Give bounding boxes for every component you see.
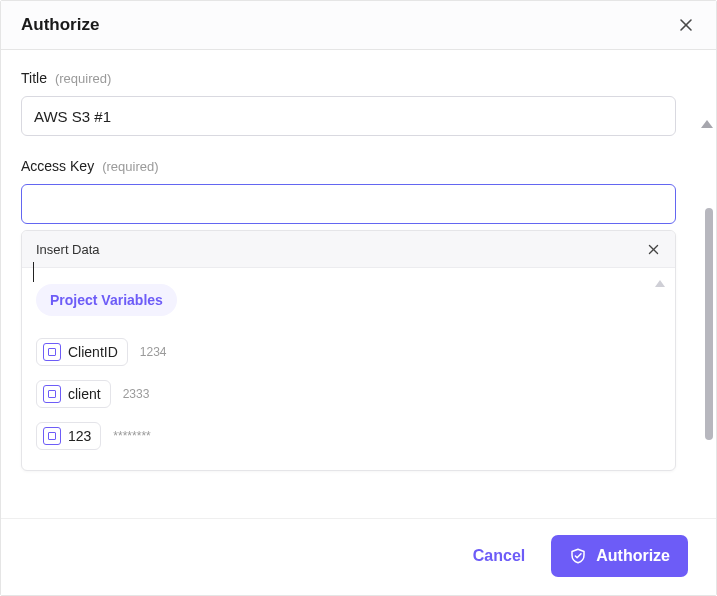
variable-icon [43, 343, 61, 361]
title-label-text: Title [21, 70, 47, 86]
insert-data-body: Project Variables ClientID 1234 [22, 268, 675, 470]
authorize-button[interactable]: Authorize [551, 535, 688, 577]
dialog-body: Title (required) Access Key (required) I… [1, 50, 716, 518]
title-required-hint: (required) [55, 71, 111, 86]
insert-data-header: Insert Data [22, 231, 675, 268]
title-input[interactable] [21, 96, 676, 136]
scroll-hint-up-icon[interactable] [655, 280, 665, 287]
variable-list: ClientID 1234 client 2333 [36, 338, 661, 450]
close-icon[interactable] [645, 241, 661, 257]
insert-data-panel: Insert Data Project Variables [21, 230, 676, 471]
access-key-field-block: Access Key (required) [21, 158, 696, 224]
close-icon[interactable] [676, 15, 696, 35]
variable-name: client [68, 386, 101, 402]
access-key-label: Access Key (required) [21, 158, 696, 174]
category-chip-project-variables[interactable]: Project Variables [36, 284, 177, 316]
variable-row[interactable]: ClientID 1234 [36, 338, 661, 366]
variable-name: 123 [68, 428, 91, 444]
variable-pill[interactable]: ClientID [36, 338, 128, 366]
cancel-button[interactable]: Cancel [473, 547, 525, 565]
variable-pill[interactable]: client [36, 380, 111, 408]
access-key-label-text: Access Key [21, 158, 94, 174]
variable-row[interactable]: client 2333 [36, 380, 661, 408]
dialog-footer: Cancel Authorize [1, 518, 716, 595]
insert-data-title: Insert Data [36, 242, 100, 257]
variable-row[interactable]: 123 ******** [36, 422, 661, 450]
dialog-body-wrap: Title (required) Access Key (required) I… [1, 50, 716, 518]
title-label: Title (required) [21, 70, 696, 86]
variable-icon [43, 427, 61, 445]
variable-preview: ******** [113, 429, 150, 443]
variable-icon [43, 385, 61, 403]
variable-pill[interactable]: 123 [36, 422, 101, 450]
title-field-block: Title (required) [21, 70, 696, 136]
variable-name: ClientID [68, 344, 118, 360]
access-key-input[interactable] [21, 184, 676, 224]
dialog-header: Authorize [1, 1, 716, 50]
variable-preview: 1234 [140, 345, 167, 359]
authorize-button-label: Authorize [596, 547, 670, 565]
authorize-dialog: Authorize Title (required) Access Key ( [0, 0, 717, 596]
dialog-title: Authorize [21, 15, 99, 35]
shield-check-icon [569, 546, 587, 566]
access-key-required-hint: (required) [102, 159, 158, 174]
variable-preview: 2333 [123, 387, 150, 401]
